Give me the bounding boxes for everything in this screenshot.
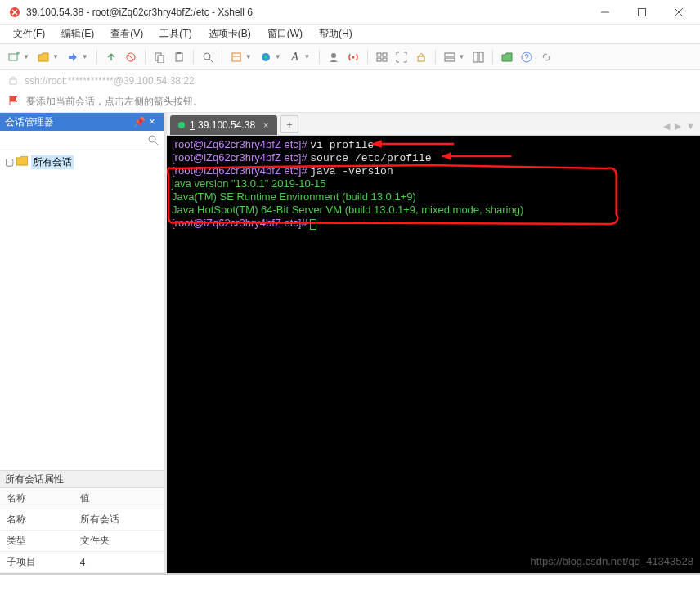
horizontal-split-icon[interactable] xyxy=(441,48,459,66)
prop-header-value: 值 xyxy=(74,488,164,509)
dropdown-icon[interactable]: ▼ xyxy=(52,53,59,60)
menu-window[interactable]: 窗口(W) xyxy=(261,25,309,43)
copy-icon[interactable] xyxy=(150,48,168,66)
svg-marker-35 xyxy=(372,140,382,148)
script-icon[interactable] xyxy=(344,48,362,66)
tab-label: 1 39.100.54.38 xyxy=(190,119,255,131)
dropdown-icon[interactable]: ▼ xyxy=(459,53,465,60)
window-title: 39.100.54.38 - root@iZq62cr3hry4bfZ:/etc… xyxy=(26,7,586,18)
svg-rect-10 xyxy=(176,53,182,61)
tree-root-item[interactable]: ▢ 所有会话 xyxy=(5,154,159,170)
folder-icon xyxy=(16,156,28,168)
expand-icon[interactable]: ▢ xyxy=(5,156,13,168)
svg-rect-14 xyxy=(232,53,240,61)
disconnect-icon[interactable] xyxy=(122,48,140,66)
help-icon[interactable]: ? xyxy=(518,48,536,66)
color-icon[interactable] xyxy=(257,48,275,66)
link-icon[interactable] xyxy=(537,48,555,66)
prop-row: 类型文件夹 xyxy=(0,531,164,552)
sidebar-header: 会话管理器 📌 × xyxy=(0,113,164,131)
xftp-icon[interactable] xyxy=(498,48,516,66)
tab-prev-icon[interactable]: ◀ xyxy=(663,121,670,132)
menu-file[interactable]: 文件(F) xyxy=(7,25,52,43)
menu-edit[interactable]: 编辑(E) xyxy=(55,25,101,43)
tab-strip: 1 39.100.54.38 × ＋ ◀ ▶ ▼ xyxy=(167,113,700,136)
address-text[interactable]: ssh://root:************@39.100.54.38:22 xyxy=(25,75,195,87)
lock-icon[interactable] xyxy=(412,48,430,66)
svg-marker-37 xyxy=(442,152,451,160)
fullscreen-icon[interactable] xyxy=(393,48,411,66)
svg-rect-24 xyxy=(418,56,424,61)
add-tab-button[interactable]: ＋ xyxy=(280,115,298,133)
sidebar-search[interactable] xyxy=(0,131,164,150)
sidebar: 会话管理器 📌 × ▢ 所有会话 所有会话属性 名称值 名称所有会话 类型文件夹… xyxy=(0,113,164,573)
prop-header-name: 名称 xyxy=(0,488,74,509)
menu-view[interactable]: 查看(V) xyxy=(104,25,150,43)
svg-rect-28 xyxy=(479,52,483,62)
open-icon[interactable] xyxy=(34,48,52,66)
watermark: https://blog.csdn.net/qq_41343528 xyxy=(531,556,694,568)
session-tab[interactable]: 1 39.100.54.38 × xyxy=(170,115,277,135)
dropdown-icon[interactable]: ▼ xyxy=(82,53,88,60)
maximize-button[interactable] xyxy=(623,0,660,25)
svg-rect-31 xyxy=(10,79,16,84)
user-icon[interactable] xyxy=(325,48,343,66)
dropdown-icon[interactable]: ▼ xyxy=(23,53,29,60)
svg-rect-11 xyxy=(177,52,181,54)
status-dot-icon xyxy=(178,122,185,128)
dropdown-icon[interactable]: ▼ xyxy=(304,53,311,60)
new-session-icon[interactable] xyxy=(5,48,23,66)
tab-menu-icon[interactable]: ▼ xyxy=(686,121,695,132)
svg-line-13 xyxy=(209,59,213,62)
terminal[interactable]: [root@iZq62cr3hry4bfZ etc]# vi profile [… xyxy=(167,136,700,573)
minimize-button[interactable] xyxy=(586,0,623,25)
svg-line-7 xyxy=(128,55,133,60)
main-area: 1 39.100.54.38 × ＋ ◀ ▶ ▼ [root@iZq62cr3h… xyxy=(167,113,700,573)
svg-point-18 xyxy=(331,53,336,58)
svg-rect-27 xyxy=(473,52,478,62)
transfer-icon[interactable] xyxy=(64,48,82,66)
session-tree: ▢ 所有会话 xyxy=(0,150,164,470)
dropdown-icon[interactable]: ▼ xyxy=(245,53,252,60)
tab-close-icon[interactable]: × xyxy=(263,120,268,130)
svg-point-32 xyxy=(149,136,155,142)
font-icon[interactable]: A xyxy=(286,48,304,66)
svg-rect-25 xyxy=(445,53,455,56)
svg-rect-21 xyxy=(383,53,387,56)
svg-text:?: ? xyxy=(525,53,530,62)
menu-tabs[interactable]: 选项卡(B) xyxy=(202,25,258,43)
toolbar: ▼ ▼ ▼ ▼ ▼ A▼ ▼ ? xyxy=(0,44,700,70)
svg-point-19 xyxy=(352,56,354,58)
properties-icon[interactable] xyxy=(227,48,245,66)
properties-header: 所有会话属性 xyxy=(0,470,164,488)
svg-rect-22 xyxy=(377,58,381,61)
svg-rect-20 xyxy=(377,53,381,56)
svg-line-33 xyxy=(155,141,158,145)
notify-bar: 要添加当前会话，点击左侧的箭头按钮。 xyxy=(0,92,700,113)
svg-rect-23 xyxy=(383,58,387,61)
close-button[interactable] xyxy=(660,0,697,25)
address-bar: ssh://root:************@39.100.54.38:22 xyxy=(0,70,700,92)
tab-next-icon[interactable]: ▶ xyxy=(675,121,681,132)
menu-tools[interactable]: 工具(T) xyxy=(153,25,198,43)
prop-row: 子项目4 xyxy=(0,552,164,573)
lock-icon xyxy=(8,75,18,87)
vertical-split-icon[interactable] xyxy=(469,48,487,66)
properties-table: 名称值 名称所有会话 类型文件夹 子项目4 xyxy=(0,488,164,573)
notify-text: 要添加当前会话，点击左侧的箭头按钮。 xyxy=(26,95,203,109)
search-icon[interactable] xyxy=(199,48,217,66)
svg-rect-9 xyxy=(158,56,164,63)
svg-rect-5 xyxy=(9,54,17,60)
app-icon xyxy=(8,6,21,19)
menubar: 文件(F) 编辑(E) 查看(V) 工具(T) 选项卡(B) 窗口(W) 帮助(… xyxy=(0,25,700,44)
paste-icon[interactable] xyxy=(170,48,188,66)
menu-help[interactable]: 帮助(H) xyxy=(312,25,359,43)
reconnect-icon[interactable] xyxy=(102,48,120,66)
dropdown-icon[interactable]: ▼ xyxy=(275,53,281,60)
sessions-icon[interactable] xyxy=(373,48,391,66)
pin-icon[interactable]: 📌 xyxy=(132,116,146,128)
svg-point-12 xyxy=(204,53,210,60)
svg-rect-2 xyxy=(638,8,645,16)
svg-rect-26 xyxy=(445,58,455,61)
close-panel-icon[interactable]: × xyxy=(146,116,159,128)
